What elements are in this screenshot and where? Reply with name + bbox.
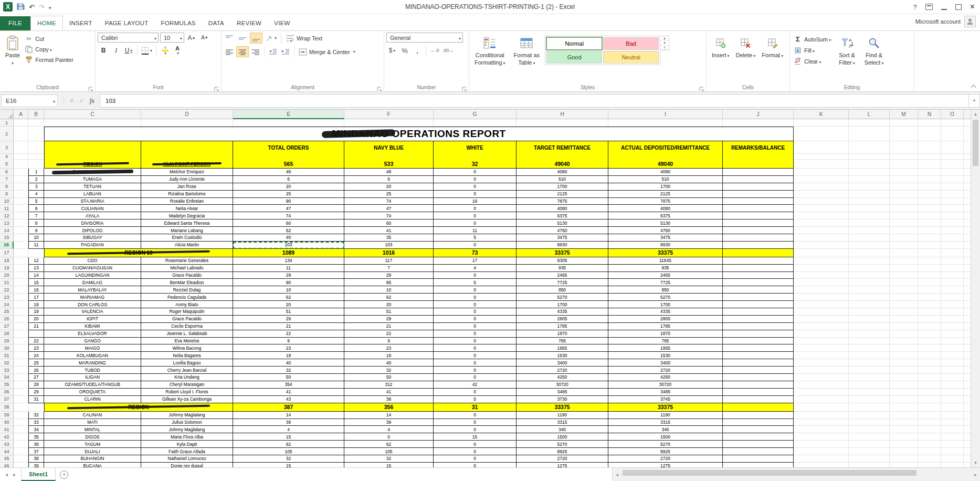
cell[interactable]: [890, 191, 918, 198]
cell[interactable]: [890, 463, 918, 467]
cell[interactable]: [794, 183, 849, 191]
row-header-20[interactable]: 20: [0, 272, 14, 279]
cell[interactable]: [890, 338, 918, 345]
cell[interactable]: 4: [344, 426, 434, 433]
cell[interactable]: [941, 367, 964, 374]
cell[interactable]: 0: [434, 323, 517, 330]
cell[interactable]: [849, 308, 890, 316]
cell-style-neutral[interactable]: Neutral: [603, 51, 659, 64]
cell[interactable]: Grace Pacaldo: [141, 316, 233, 323]
cell[interactable]: 15: [344, 463, 434, 467]
column-header-G[interactable]: G: [434, 110, 517, 119]
italic-button[interactable]: I: [110, 46, 122, 56]
cell[interactable]: Jan Rose: [141, 183, 233, 191]
row-header-46[interactable]: 46: [0, 463, 14, 467]
cell[interactable]: [794, 441, 849, 448]
cell[interactable]: 4080: [608, 169, 723, 176]
cell[interactable]: [44, 141, 141, 154]
cell[interactable]: [918, 191, 941, 198]
cell[interactable]: Nelia Alviar: [141, 205, 233, 212]
cell[interactable]: [794, 249, 849, 257]
cell[interactable]: [794, 344, 849, 352]
shrink-font-button[interactable]: A▼: [199, 33, 210, 43]
cell[interactable]: Erwin Custodio: [141, 234, 233, 242]
cell[interactable]: [794, 433, 849, 441]
cell[interactable]: Faith Grace Allada: [141, 448, 233, 455]
increase-decimal-button[interactable]: [429, 46, 440, 56]
row-header-42[interactable]: 42: [0, 433, 14, 441]
cell[interactable]: 62: [344, 294, 434, 301]
cell[interactable]: 90: [233, 198, 344, 205]
cell[interactable]: 23: [344, 344, 434, 352]
cell[interactable]: 1190: [608, 412, 723, 419]
cell[interactable]: [890, 212, 918, 219]
cell[interactable]: [849, 198, 890, 205]
cell[interactable]: 32: [28, 412, 44, 419]
cell[interactable]: [941, 463, 964, 467]
cell[interactable]: [918, 294, 941, 301]
cell[interactable]: 3475: [517, 234, 608, 242]
paste-button[interactable]: Paste: [2, 33, 23, 81]
cell[interactable]: [794, 212, 849, 219]
cell[interactable]: [941, 198, 964, 205]
cell[interactable]: [849, 176, 890, 183]
conditional-formatting-button[interactable]: Conditional Formatting: [471, 33, 509, 81]
name-box-dropdown[interactable]: [53, 98, 55, 104]
cell[interactable]: [964, 227, 971, 234]
cell[interactable]: 16: [28, 286, 44, 294]
cell[interactable]: 8925: [517, 448, 608, 455]
cell[interactable]: [723, 265, 794, 272]
column-header-C[interactable]: C: [44, 110, 141, 119]
align-top-button[interactable]: [224, 33, 235, 43]
cell[interactable]: [964, 249, 971, 257]
cell[interactable]: [14, 219, 28, 227]
cell[interactable]: 30720: [517, 381, 608, 389]
cell[interactable]: [794, 359, 849, 367]
insert-function-button[interactable]: fx: [90, 97, 94, 105]
cell[interactable]: 7875: [517, 198, 608, 205]
cell[interactable]: [890, 272, 918, 279]
cell[interactable]: 39: [233, 419, 344, 426]
cell[interactable]: 36: [28, 441, 44, 448]
format-painter-button[interactable]: Format Painter: [23, 56, 75, 64]
cell[interactable]: REGION: [44, 403, 233, 412]
cell[interactable]: [14, 389, 28, 396]
cell[interactable]: 33375: [517, 403, 608, 412]
cell[interactable]: [14, 205, 28, 212]
cell[interactable]: 4760: [517, 227, 608, 234]
cell[interactable]: [794, 455, 849, 463]
select-all-corner[interactable]: [0, 110, 14, 119]
cell[interactable]: 13: [28, 265, 44, 272]
row-header-25[interactable]: 25: [0, 308, 14, 316]
cell[interactable]: 1870: [517, 330, 608, 338]
cell[interactable]: 29: [344, 272, 434, 279]
cell[interactable]: [941, 396, 964, 403]
cell[interactable]: [964, 441, 971, 448]
cell[interactable]: [964, 412, 971, 419]
cell[interactable]: [794, 352, 849, 359]
cell[interactable]: [794, 242, 849, 249]
row-header-7[interactable]: 7: [0, 176, 14, 183]
cell[interactable]: 20: [344, 183, 434, 191]
cell[interactable]: [723, 359, 794, 367]
cell[interactable]: 4335: [517, 308, 608, 316]
cell[interactable]: [14, 212, 28, 219]
cell[interactable]: [918, 272, 941, 279]
column-header-D[interactable]: D: [141, 110, 233, 119]
cell[interactable]: Cecile Esporma: [141, 323, 233, 330]
cell[interactable]: 32: [344, 367, 434, 374]
cell[interactable]: 0: [434, 286, 517, 294]
cell[interactable]: 39: [344, 419, 434, 426]
cell[interactable]: 6: [28, 205, 44, 212]
cell[interactable]: [794, 419, 849, 426]
cell[interactable]: [794, 191, 849, 198]
collapse-ribbon-button[interactable]: [972, 84, 976, 88]
cell[interactable]: 765: [608, 338, 723, 345]
cell[interactable]: [723, 279, 794, 286]
cell[interactable]: 2720: [608, 455, 723, 463]
cell[interactable]: [849, 441, 890, 448]
cell[interactable]: [964, 183, 971, 191]
row-header-38[interactable]: 38: [0, 403, 14, 412]
cell[interactable]: [890, 219, 918, 227]
sort-filter-button[interactable]: AZ Sort & Filter: [836, 33, 858, 81]
